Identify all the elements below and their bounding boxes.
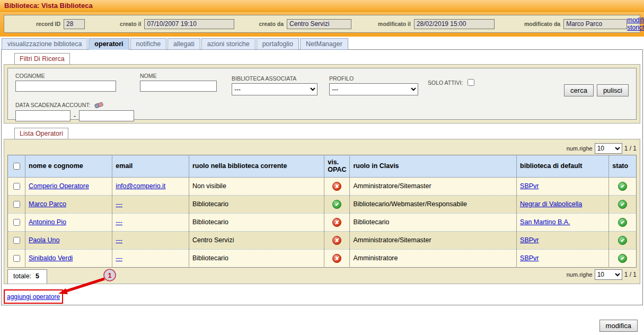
default-library-link[interactable]: SBPvr [520, 254, 539, 262]
role-clavis-cell: Bibliotecario/Webmaster/Responsabile [350, 195, 517, 213]
modificato-il-label: modificato il [378, 21, 411, 27]
col-ruolo-biblioteca-corrente: ruolo nella biblioteca corrente [189, 155, 324, 178]
select-all-checkbox[interactable] [13, 163, 20, 170]
opac-cross-icon: ✘ [332, 218, 341, 227]
status-cell: ✔ [609, 213, 637, 231]
role-current-cell: Bibliotecario [189, 213, 324, 231]
creato-il-field: creato il [120, 19, 234, 29]
default-library-cell: SBPvr [517, 249, 609, 267]
operators-section: Lista Operatori num.righe 10 1 / 1 [4, 128, 640, 284]
filters-box: COGNOME NOME BIBLIOTECA ASSOCIATA --- [7, 68, 637, 120]
default-library-link[interactable]: SBPvr [520, 182, 539, 190]
solo-attivi-checkbox[interactable] [467, 79, 474, 86]
operator-name-link[interactable]: Marco Parco [29, 200, 66, 208]
profilo-select[interactable]: --- [329, 83, 418, 95]
operator-name-link[interactable]: Comperio Operatore [29, 182, 89, 190]
tab-allegati[interactable]: allegati [167, 38, 200, 50]
modifica-button[interactable]: modifica [599, 320, 638, 332]
role-clavis-cell: Bibliotecario [350, 213, 517, 231]
opac-visibility-cell: ✔ [324, 195, 350, 213]
modificato-da-field: modificato da [524, 19, 627, 29]
operator-email-cell: --- [112, 231, 189, 249]
opac-visibility-cell: ✘ [324, 213, 350, 231]
col-ruolo-in-clavis: ruolo in Clavis [350, 155, 517, 178]
role-clavis-cell: Amministratore/Sitemaster [350, 177, 517, 195]
tab-visualizzazione-biblioteca[interactable]: visualizzazione biblioteca [2, 38, 87, 50]
record-id-field: record ID [36, 19, 85, 29]
eraser-icon[interactable] [94, 101, 104, 108]
data-scadenza-label: DATA SCADENZA ACCOUNT: [15, 102, 90, 108]
row-select-cell [8, 249, 25, 267]
operator-email-link[interactable]: --- [116, 218, 122, 226]
pager-top: num.righe 10 1 / 1 [7, 143, 637, 154]
row-checkbox[interactable] [13, 255, 20, 262]
creato-il-label: creato il [120, 21, 141, 27]
modificato-da-label: modificato da [524, 21, 560, 27]
filters-panel: COGNOME NOME BIBLIOTECA ASSOCIATA --- [4, 64, 640, 124]
status-check-icon: ✔ [618, 218, 627, 227]
tab-portafoglio[interactable]: portafoglio [257, 38, 299, 50]
operator-name-cell: Sinibaldo Verdi [25, 249, 112, 267]
col-vis-opac: vis. OPAC [324, 155, 350, 178]
main-container: Filtri Di Ricerca COGNOME NOME BIBLIOTEC… [1, 49, 643, 305]
operator-name-cell: Paola Uno [25, 231, 112, 249]
default-library-link[interactable]: SBPvr [520, 236, 539, 244]
status-cell: ✔ [609, 195, 637, 213]
role-current-cell: Bibliotecario [189, 249, 324, 267]
num-righe-select-bottom[interactable]: 10 [595, 269, 622, 280]
profilo-label: PROFILO [329, 75, 418, 82]
totale-box: totale:5 [7, 269, 47, 284]
role-clavis-cell: Amministratore/Sitemaster [350, 231, 517, 249]
totale-value: 5 [36, 272, 39, 280]
window-title-bar: Biblioteca: Vista Biblioteca [0, 0, 644, 12]
filters-section-title: Filtri Di Ricerca [14, 53, 70, 65]
cerca-button[interactable]: cerca [564, 84, 594, 96]
pulisci-button[interactable]: pulisci [597, 84, 629, 96]
tab-azioni-storiche[interactable]: azioni storiche [201, 38, 255, 50]
row-checkbox[interactable] [13, 183, 20, 190]
operator-email-link[interactable]: --- [116, 236, 122, 244]
row-checkbox[interactable] [13, 201, 20, 208]
row-checkbox[interactable] [13, 237, 20, 244]
role-current-cell: Non visibile [189, 177, 324, 195]
solo-attivi-label: SOLO ATTIVI: [428, 80, 463, 86]
top-band: Biblioteca: Vista Biblioteca record ID c… [0, 0, 644, 37]
biblioteca-associata-label: BIBLIOTECA ASSOCIATA [232, 75, 317, 82]
tab-notifiche[interactable]: notifiche [130, 38, 167, 50]
default-library-cell: SBPvr [517, 231, 609, 249]
operator-email-link[interactable]: --- [116, 200, 122, 208]
modifiche-storiche-link[interactable]: modifiche storiche [627, 16, 644, 31]
default-library-link[interactable]: San Martino B.A. [520, 218, 570, 226]
row-checkbox[interactable] [13, 219, 20, 226]
opac-visibility-cell: ✘ [324, 177, 350, 195]
col-stato: stato [609, 155, 637, 178]
tab-operatori[interactable]: operatori [89, 38, 129, 50]
role-current-cell: Centro Servizi [189, 231, 324, 249]
data-scadenza-a-input[interactable] [79, 110, 134, 121]
data-scadenza-da-input[interactable] [15, 110, 70, 121]
tab-netmanager[interactable]: NetManager [300, 38, 348, 50]
operator-name-link[interactable]: Paola Uno [29, 236, 59, 244]
record-header: record ID creato il creato da modificato… [4, 15, 640, 33]
operator-name-link[interactable]: Sinibaldo Verdi [29, 254, 73, 262]
col-nome-e-cognome: nome e cognome [25, 155, 112, 178]
creato-da-field: creato da [259, 19, 351, 29]
num-righe-label: num.righe [567, 271, 593, 278]
biblioteca-associata-select[interactable]: --- [232, 83, 317, 95]
aggiungi-operatore-link[interactable]: aggiungi operatore [7, 293, 60, 301]
operator-email-link[interactable]: info@comperio.it [116, 182, 165, 190]
operator-row: Sinibaldo Verdi---Bibliotecario✘Amminist… [8, 249, 637, 267]
default-library-link[interactable]: Negrar di Valpolicella [520, 200, 582, 208]
operator-name-link[interactable]: Antonino Pio [29, 218, 66, 226]
nome-input[interactable] [140, 81, 217, 92]
operator-email-link[interactable]: --- [116, 254, 122, 262]
operator-name-cell: Comperio Operatore [25, 177, 112, 195]
status-cell: ✔ [609, 177, 637, 195]
date-range-separator: - [74, 112, 76, 120]
opac-visibility-cell: ✘ [324, 249, 350, 267]
cognome-input[interactable] [15, 81, 116, 92]
filters-section: Filtri Di Ricerca COGNOME NOME BIBLIOTEC… [4, 53, 640, 124]
nome-label: NOME [140, 73, 217, 79]
num-righe-select[interactable]: 10 [595, 143, 622, 154]
opac-visibility-cell: ✘ [324, 231, 350, 249]
